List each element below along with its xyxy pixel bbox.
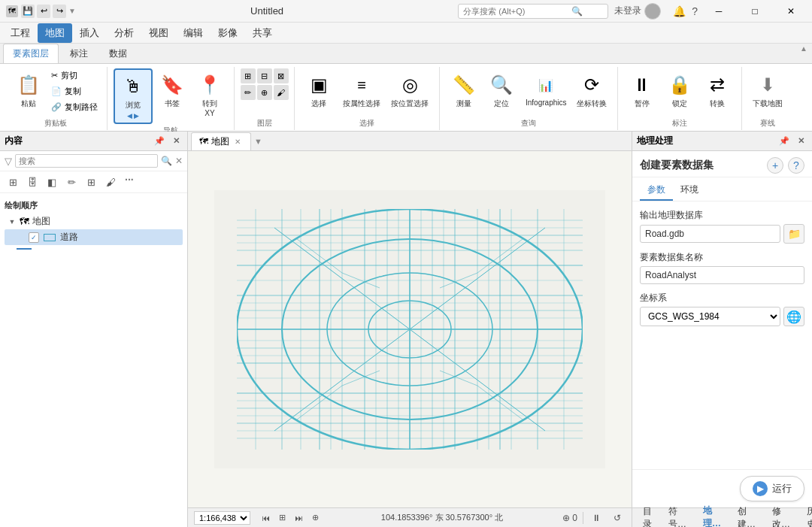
menu-edit[interactable]: 编辑 [176,23,211,43]
ribbon-btn-select[interactable]: ▣ 选择 [301,68,337,112]
menu-share[interactable]: 共享 [245,23,280,43]
ribbon-collapse-btn[interactable]: ▲ [798,44,809,53]
locate-label: 定位 [494,98,509,109]
menu-insert[interactable]: 插入 [72,23,107,43]
maximize-button[interactable]: □ [740,2,770,20]
content-panel-close-btn[interactable]: ✕ [169,135,183,148]
minimize-button[interactable]: ─ [704,2,734,20]
toolbar-edit-icon[interactable]: ✏ [63,174,80,190]
ribbon-btn-download-map[interactable]: ⬇ 下载地图 [748,68,787,112]
nav-next-btn[interactable]: ⏭ [291,510,306,525]
nav-prev-btn[interactable]: ⏮ [258,510,273,525]
map-area: 🗺 地图 ✕ ▼ [188,132,632,527]
nav-grid-btn[interactable]: ⊞ [274,510,289,525]
ribbon-btn-coord-transform[interactable]: ⟳ 坐标转换 [572,68,611,112]
menu-imagery[interactable]: 影像 [211,23,245,43]
geo-tab-env[interactable]: 环境 [673,180,706,201]
quick-access-dropdown[interactable]: ▼ [68,7,76,15]
content-panel-pin-btn[interactable]: 📌 [153,135,166,148]
menu-view[interactable]: 视图 [141,23,176,43]
ribbon-btn-locate[interactable]: 🔍 定位 [483,68,520,112]
ribbon-btn-measure[interactable]: 📏 测量 [446,68,482,112]
output-db-input[interactable] [640,225,780,243]
layer-tool-1[interactable]: ⊞ [241,68,256,83]
ribbon-btn-attr-select[interactable]: ≡ 按属性选择 [338,68,385,112]
coord-sys-select[interactable]: GCS_WGS_1984 [640,307,780,326]
bottom-tab-catalog[interactable]: 目录 [635,503,659,528]
search-clear-icon[interactable]: ✕ [175,156,183,166]
toolbar-database-icon[interactable]: 🗄 [24,174,41,190]
toolbar-table-icon[interactable]: ⊞ [5,174,21,190]
map-canvas[interactable] [188,151,632,507]
geo-tab-params[interactable]: 参数 [640,180,673,201]
ribbon-btn-lock[interactable]: 🔒 锁定 [662,68,698,112]
bottom-tab-modify[interactable]: 修改… [765,503,798,528]
toolbar-frame-icon[interactable]: ⊞ [83,174,99,190]
bottom-tab-geo[interactable]: 地理… [695,502,729,528]
menu-project[interactable]: 工程 [3,23,38,43]
road-checkbox[interactable]: ✓ [29,232,39,243]
ribbon-tab-data[interactable]: 数据 [99,44,137,63]
scale-select[interactable]: 1:166,438 [194,511,250,525]
search-btn-icon[interactable]: 🔍 [161,156,172,166]
search-box[interactable]: 🔍 [458,4,608,19]
nav-plus-btn[interactable]: ⊕ [308,510,323,525]
toolbar-filter-icon[interactable]: ◧ [44,174,60,190]
menu-map[interactable]: 地图 [38,23,72,43]
tree-item-map[interactable]: ▼ 🗺 地图 [5,214,183,229]
status-pause-btn[interactable]: ⏸ [588,510,604,526]
bottom-tab-history[interactable]: 历史 [799,503,812,528]
ribbon-btn-copy[interactable]: 📄复制 [48,84,101,98]
geo-run-button[interactable]: ▶ 运行 [740,476,804,501]
zoom-info-btn[interactable]: ⊕ 0 [562,510,578,526]
toolbar-brush-icon[interactable]: 🖌 [102,174,119,190]
user-avatar[interactable] [644,3,661,20]
layer-tool-5[interactable]: ⊕ [257,85,272,100]
browse-icon: 🖱 [120,73,147,100]
ribbon-btn-bookmark[interactable]: 🔖 书签 [154,68,190,112]
ribbon-btn-browse[interactable]: 🖱 浏览 ◀ ▶ [114,68,153,124]
infographics-icon: 📊 [532,71,559,98]
layer-tool-2[interactable]: ⊟ [257,68,272,83]
output-db-browse-btn[interactable]: 📁 [783,224,804,244]
search-input[interactable] [463,7,568,16]
ribbon-btn-cut[interactable]: ✂剪切 [48,68,101,83]
feature-name-input[interactable] [640,266,804,284]
quick-access-save[interactable]: 💾 [21,5,35,18]
geo-help-btn[interactable]: ? [788,157,804,174]
tree-item-road[interactable]: ✓ 道路 [5,229,183,245]
geo-panel-pin-btn[interactable]: 📌 [777,135,791,148]
browse-nav-arrows: ◀ ▶ [127,112,139,120]
map-tree-label: 地图 [32,215,50,228]
content-search-input[interactable] [15,154,158,168]
ribbon-tab-label[interactable]: 标注 [60,44,98,63]
coord-sys-globe-btn[interactable]: 🌐 [783,307,804,326]
ribbon-btn-pause[interactable]: ⏸ 暂停 [624,68,660,112]
ribbon-btn-convert[interactable]: ⇄ 转换 [699,68,735,112]
help-icon[interactable]: ? [692,5,698,17]
ribbon-btn-paste[interactable]: 📋 粘贴 [11,68,47,112]
layer-tool-4[interactable]: ✏ [241,85,256,100]
map-expand-icon[interactable]: ▼ [8,217,17,226]
ribbon-tab-feature-layer[interactable]: 要素图层 [3,44,59,63]
toolbar-more-btn[interactable]: ··· [122,174,137,190]
map-tab-dropdown-btn[interactable]: ▼ [254,137,262,146]
layer-tool-6[interactable]: 🖌 [274,85,289,100]
ribbon-btn-goto-xy[interactable]: 📍 转到XY [192,68,228,120]
menu-analysis[interactable]: 分析 [107,23,141,43]
close-button[interactable]: ✕ [776,2,806,20]
quick-access-undo[interactable]: ↩ [37,5,50,18]
geo-panel-close-btn[interactable]: ✕ [794,135,807,148]
status-refresh-btn[interactable]: ↺ [609,510,626,526]
map-tab-close-btn[interactable]: ✕ [232,136,243,147]
map-tab[interactable]: 🗺 地图 ✕ [191,132,251,150]
bottom-tab-symbols[interactable]: 符号… [661,503,694,528]
ribbon-btn-infographics[interactable]: 📊 Infographics [521,68,571,110]
ribbon-btn-loc-select[interactable]: ◎ 按位置选择 [386,68,433,112]
geo-add-btn[interactable]: + [767,157,783,174]
ribbon-btn-copy-path[interactable]: 🔗复制路径 [48,100,101,114]
quick-access-redo[interactable]: ↪ [53,5,66,18]
bottom-tab-create[interactable]: 创建… [730,503,763,528]
notification-icon[interactable]: 🔔 [673,5,686,17]
layer-tool-3[interactable]: ⊠ [274,68,289,83]
